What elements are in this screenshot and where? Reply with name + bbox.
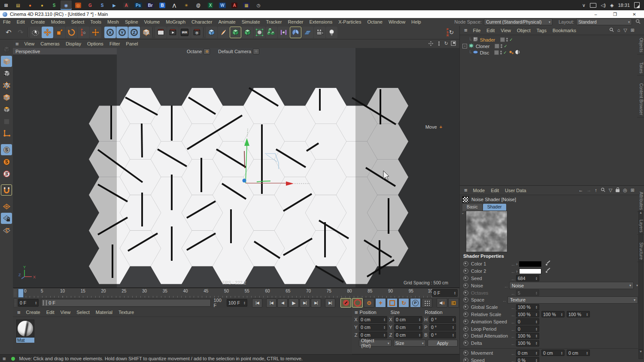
lock-x-axis-button[interactable]: X	[104, 27, 116, 38]
rotation-b-field[interactable]: 0 °▲▼	[429, 332, 456, 338]
color-swatch[interactable]	[519, 261, 541, 267]
timeline-end-field[interactable]: 0 F ▲▼	[432, 289, 458, 297]
value-field[interactable]: 0▲▼	[516, 318, 539, 325]
tray-chevron-icon[interactable]: ∨	[582, 3, 586, 8]
maxon-taskbar-icon[interactable]: ⋀	[169, 0, 180, 10]
next-key-button[interactable]: ▶|	[311, 299, 321, 308]
viewport-dolly-icon[interactable]	[436, 41, 442, 47]
position-x-field[interactable]: 0 cm▲▼	[359, 316, 387, 323]
key-position-button[interactable]: +	[375, 298, 386, 308]
up-icon[interactable]: ↑	[595, 187, 597, 193]
object-manager-menu-edit[interactable]: Edit	[483, 28, 498, 33]
firefox-taskbar-icon[interactable]: ●	[24, 0, 36, 10]
live-selection-button[interactable]	[30, 27, 41, 38]
visibility-dots-icon[interactable]	[506, 38, 508, 42]
current-frame-field[interactable]: 0 F ▲▼	[18, 299, 39, 307]
prev-key-button[interactable]: |◀	[266, 299, 276, 308]
workplane-mode-button[interactable]	[1, 225, 12, 236]
dropdown-noise[interactable]: Noise▾	[509, 282, 634, 289]
timeline-ruler[interactable]: 0510152025303540455055606570758085909510…	[13, 288, 459, 298]
add-cube-primitive-button[interactable]	[206, 27, 217, 38]
value-field[interactable]: 100 %▲▼	[541, 311, 565, 317]
object-name[interactable]: Shader	[480, 37, 495, 42]
object-name[interactable]: Cloner	[476, 44, 489, 49]
attributes-tab-shader[interactable]: Shader	[483, 204, 506, 211]
autokeying-button[interactable]	[352, 298, 363, 308]
default-camera-button[interactable]: Default Camera⁘	[218, 48, 259, 54]
octane-render-taskbar-icon[interactable]: ◎	[73, 0, 84, 10]
model-mode-button[interactable]	[1, 56, 12, 67]
enabled-check-icon[interactable]: ✓	[504, 44, 507, 48]
maximize-button[interactable]: ❐	[605, 10, 625, 18]
keyframe-dot-icon[interactable]	[463, 319, 468, 324]
lock-y-axis-button[interactable]: Y	[116, 27, 128, 38]
edge-mode-button[interactable]	[1, 92, 12, 103]
size-y-field[interactable]: 0 cm▲▼	[394, 324, 422, 331]
redo-button[interactable]: ↷	[15, 27, 27, 38]
stepper-arrows[interactable]: ▲▼	[453, 291, 456, 295]
home-icon[interactable]: ⌂	[617, 27, 620, 33]
lock-z-axis-button[interactable]: Z	[128, 27, 140, 38]
keyframe-dot-icon[interactable]	[463, 290, 468, 296]
menu-tools[interactable]: Tools	[87, 19, 104, 24]
shield-s-taskbar-icon[interactable]: S	[97, 0, 108, 10]
generator-button[interactable]	[242, 27, 253, 38]
keyframe-dot-icon[interactable]	[463, 341, 468, 346]
rotation-p-field[interactable]: 0 °▲▼	[429, 324, 456, 331]
visibility-dots-icon[interactable]	[500, 51, 502, 54]
fold-chevron-icon[interactable]: ⌄	[461, 211, 465, 215]
material-name[interactable]: Mat	[16, 338, 34, 343]
value-field[interactable]: 5▲▼	[516, 290, 539, 296]
side-tab-takes[interactable]: Takes	[637, 60, 644, 75]
start-taskbar-icon[interactable]: ⊞	[0, 0, 12, 10]
value-field[interactable]: 100 %▲▼	[516, 340, 539, 347]
deformer-button[interactable]	[254, 27, 265, 38]
position-y-field[interactable]: 0 cm▲▼	[359, 324, 387, 331]
cinema4d-taskbar-icon[interactable]: ◉	[61, 0, 72, 10]
transform-space-dropdown[interactable]: Object (Rel)▾	[359, 340, 392, 347]
menu-animate[interactable]: Animate	[215, 19, 238, 24]
object-manager-menu-icon[interactable]: ≡	[462, 27, 470, 33]
keyframe-dot-icon[interactable]	[463, 297, 468, 302]
object-manager-menu-view[interactable]: View	[498, 28, 514, 33]
object-manager-menu-file[interactable]: File	[470, 28, 484, 33]
octane-viewport-button[interactable]: Octane⚙	[187, 48, 210, 54]
enable-axis-button[interactable]	[1, 128, 12, 139]
viewport-solo-single-button[interactable]: S	[1, 156, 12, 167]
keyframe-dot-icon[interactable]	[463, 268, 468, 274]
tweak-mode-button[interactable]	[1, 116, 12, 127]
point-mode-button[interactable]	[1, 80, 12, 91]
clock-app-taskbar-icon[interactable]: ◷	[253, 0, 264, 10]
menu-file[interactable]: File	[0, 19, 14, 24]
menu-mograph[interactable]: MoGraph	[163, 19, 188, 24]
reset-psr-button[interactable]: PSR ↻	[443, 27, 458, 38]
premiere-taskbar-icon[interactable]: ▦	[241, 0, 252, 10]
close-button[interactable]: ✕	[625, 10, 644, 18]
move-tool-button[interactable]	[42, 27, 53, 38]
octane-settings-icon[interactable]: ⚙	[204, 48, 210, 54]
workplane-button[interactable]	[1, 201, 12, 212]
layout-dropdown[interactable]: Standard▾	[576, 18, 632, 25]
key-scale-button[interactable]	[387, 298, 398, 308]
enabled-check-icon[interactable]: ✓	[503, 50, 507, 55]
excel-taskbar-icon[interactable]: X	[205, 0, 216, 10]
eyedropper-icon[interactable]	[546, 268, 551, 274]
dropdown-space[interactable]: Texture▾	[507, 296, 638, 304]
undo-button[interactable]: ↶	[3, 27, 15, 38]
sound-button[interactable]	[437, 298, 447, 308]
network-icon[interactable]	[590, 3, 596, 8]
menu-edit[interactable]: Edit	[14, 19, 28, 24]
make-editable-button[interactable]	[1, 44, 12, 55]
object-row-disc[interactable]: └Disc ✓	[460, 49, 644, 56]
search-icon[interactable]	[635, 19, 641, 25]
menu-x-particles[interactable]: X-Particles	[335, 19, 364, 24]
render-picture-viewer-button[interactable]	[167, 27, 179, 38]
keyframe-dot-icon[interactable]	[463, 261, 468, 266]
viewport-pan-icon[interactable]	[428, 41, 434, 47]
viewport-menu-icon[interactable]: ≡	[13, 41, 21, 47]
material-thumbnail[interactable]	[16, 320, 34, 338]
side-tab-content-browser[interactable]: Content Browser	[637, 81, 644, 117]
interactive-render-region-button[interactable]: IRR	[179, 27, 191, 38]
status-menu-icon[interactable]: ≡	[0, 356, 9, 362]
menu-volume[interactable]: Volume	[141, 19, 163, 24]
